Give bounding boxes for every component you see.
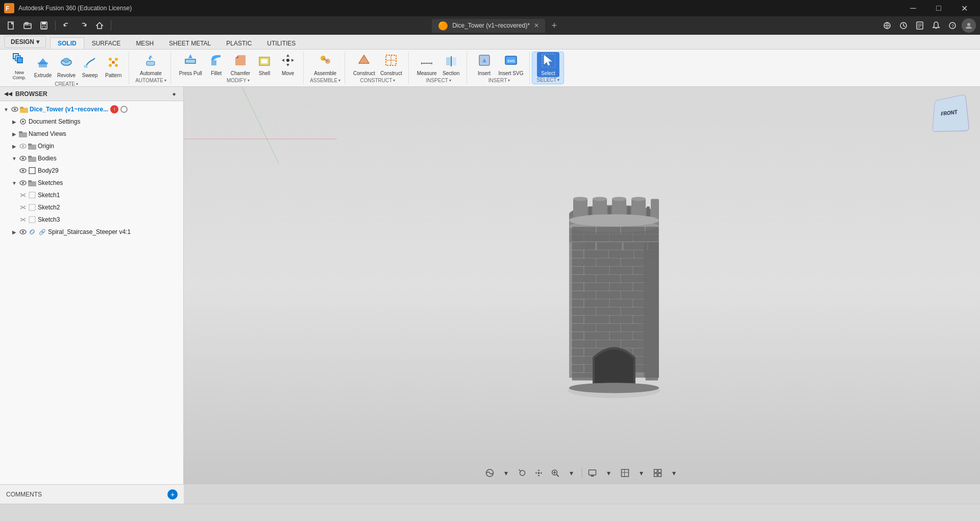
viewport[interactable]: FRONT ▾ ▾ ▾	[184, 87, 980, 484]
doc-tab[interactable]: 🟠 Dice_Tower (v1~recovered)* ✕	[432, 19, 545, 33]
view-btn-extra[interactable]	[651, 466, 665, 480]
account-button[interactable]	[962, 18, 976, 33]
tab-solid[interactable]: SOLID	[50, 37, 84, 49]
comments-add-button[interactable]: +	[167, 489, 178, 500]
tab-sheet-metal[interactable]: SHEET METAL	[161, 37, 218, 49]
add-tab-button[interactable]: +	[547, 18, 561, 33]
insert-button[interactable]: Insert	[473, 52, 496, 77]
inspect-measure-button[interactable]: Measure	[415, 52, 439, 77]
collapse-icon[interactable]: ◀◀	[4, 91, 12, 97]
eye-icon-origin[interactable]	[18, 141, 28, 151]
tree-item-body29[interactable]: Body29	[0, 164, 183, 177]
close-button[interactable]: ✕	[952, 0, 976, 16]
revolve-label: Revolve	[57, 73, 76, 78]
help-button[interactable]: ?	[945, 18, 960, 33]
redo-button[interactable]	[76, 18, 90, 33]
inspect-section-button[interactable]: Section	[440, 52, 462, 77]
eye-icon-sketch3[interactable]	[18, 215, 28, 224]
svg-line-209	[519, 469, 521, 471]
tree-item-doc-settings[interactable]: ▶ Document Settings	[0, 115, 183, 128]
expand-icon-doc-settings[interactable]: ▶	[10, 117, 18, 126]
tree-label-sketches: Sketches	[38, 179, 63, 186]
eye-icon-sketch1[interactable]	[18, 191, 28, 200]
eye-icon-sketch2[interactable]	[18, 203, 28, 212]
move-button[interactable]: Move	[277, 52, 299, 77]
pattern-button[interactable]: Pattern	[102, 54, 125, 79]
svg-rect-117	[584, 250, 608, 257]
expand-icon-sketches[interactable]: ▼	[10, 179, 18, 187]
tree-item-sketches[interactable]: ▼ Sketches	[0, 177, 183, 189]
orbit-button[interactable]	[483, 466, 497, 480]
expand-icon-spiral[interactable]: ▶	[10, 228, 18, 236]
svg-text:+: +	[18, 60, 21, 65]
eye-icon-sketches[interactable]	[18, 178, 28, 187]
grid-background	[184, 87, 337, 163]
undo-button[interactable]	[60, 18, 74, 33]
chamfer-button[interactable]: Chamfer	[229, 52, 252, 77]
open-button[interactable]	[20, 18, 35, 33]
expand-icon-root[interactable]: ▼	[2, 105, 10, 113]
construct-button[interactable]: Construct	[351, 52, 377, 77]
display-dropdown[interactable]: ▾	[602, 466, 616, 480]
minimize-button[interactable]: ─	[901, 0, 925, 16]
grid-dropdown[interactable]: ▾	[634, 466, 649, 480]
tab-surface[interactable]: SURFACE	[84, 37, 129, 49]
insert-svg-button[interactable]: SVG Insert SVG	[497, 52, 526, 77]
eye-icon-spiral[interactable]	[18, 227, 28, 236]
revolve-button[interactable]: Revolve	[55, 54, 78, 79]
tree-item-sketch3[interactable]: Sketch3	[0, 214, 183, 226]
new-component-button[interactable]: + NewComp.	[8, 52, 31, 81]
browser-settings-button[interactable]: ●	[169, 89, 179, 99]
viewcube-face-front[interactable]: FRONT	[932, 94, 970, 132]
new-button[interactable]	[4, 18, 18, 33]
construct-2-button[interactable]: Construct	[378, 52, 404, 77]
save-button[interactable]	[37, 18, 51, 33]
expand-icon-bodies[interactable]: ▼	[10, 154, 18, 162]
viewcube[interactable]: FRONT	[931, 95, 972, 136]
notification-button[interactable]	[929, 18, 943, 33]
tree-item-root[interactable]: ▼ Dice_Tower (v1~recovere... !	[0, 103, 183, 115]
eye-icon-bodies[interactable]	[18, 154, 28, 163]
svg-rect-116	[572, 250, 583, 257]
expand-icon-named-views[interactable]: ▶	[10, 130, 18, 138]
sweep-button[interactable]: Sweep	[79, 54, 101, 79]
model-3d[interactable]	[537, 158, 691, 403]
extrude-button[interactable]: Extrude	[32, 54, 54, 79]
tree-item-named-views[interactable]: ▶ Named Views	[0, 128, 183, 140]
zoom-button[interactable]	[548, 466, 562, 480]
view-dropdown[interactable]: ▾	[667, 466, 681, 480]
maximize-button[interactable]: □	[927, 0, 950, 16]
tree-item-bodies[interactable]: ▼ Bodies	[0, 152, 183, 164]
shell-button[interactable]: Shell	[253, 52, 276, 77]
orbit-dropdown[interactable]: ▾	[499, 466, 513, 480]
tab-utilities[interactable]: UTILITIES	[259, 37, 303, 49]
design-mode-button[interactable]: DESIGN ▾	[4, 36, 46, 48]
automate-button[interactable]: Automate	[138, 52, 164, 77]
tree-item-spiral[interactable]: ▶ 🔗 Spiral_Staircase_Steeper v4:1	[0, 226, 183, 238]
home-button[interactable]	[92, 18, 107, 33]
doc-close-button[interactable]: ✕	[534, 22, 539, 29]
eye-icon-root[interactable]	[10, 105, 19, 114]
display-mode-button[interactable]	[585, 466, 600, 480]
press-pull-button[interactable]: Press Pull	[177, 52, 204, 77]
data-button[interactable]	[913, 18, 927, 33]
history-button[interactable]	[896, 18, 911, 33]
grid-button[interactable]	[618, 466, 632, 480]
fillet-button[interactable]: Fillet	[205, 52, 228, 77]
zoom-dropdown[interactable]: ▾	[565, 466, 579, 480]
tree-item-sketch1[interactable]: Sketch1	[0, 189, 183, 201]
pan-button[interactable]	[532, 466, 546, 480]
tab-mesh[interactable]: MESH	[128, 37, 161, 49]
assemble-button[interactable]: Assemble	[312, 52, 338, 77]
svg-point-31	[115, 64, 118, 67]
online-status-button[interactable]	[880, 18, 894, 33]
tab-plastic[interactable]: PLASTIC	[218, 37, 259, 49]
svg-rect-176	[572, 373, 596, 380]
eye-icon-body29[interactable]	[18, 166, 28, 175]
select-button[interactable]: Select	[537, 52, 559, 77]
record-btn-root[interactable]	[120, 106, 128, 113]
look-at-button[interactable]	[516, 466, 530, 480]
expand-icon-origin[interactable]: ▶	[10, 142, 18, 150]
tree-item-sketch2[interactable]: Sketch2	[0, 201, 183, 214]
tree-item-origin[interactable]: ▶ Origin	[0, 140, 183, 152]
